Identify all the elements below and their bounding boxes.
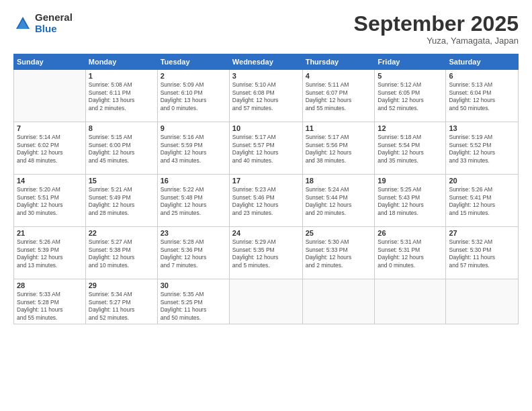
day-cell: 2Sunrise: 5:09 AMSunset: 6:10 PMDaylight… — [157, 70, 229, 122]
header: General Blue September 2025 Yuza, Yamaga… — [13, 12, 519, 46]
day-number: 5 — [378, 72, 443, 80]
day-header-monday: Monday — [85, 54, 157, 70]
day-info: Sunrise: 5:20 AMSunset: 5:51 PMDaylight:… — [17, 186, 83, 217]
day-number: 14 — [17, 177, 83, 185]
week-row-1: 1Sunrise: 5:08 AMSunset: 6:11 PMDaylight… — [14, 70, 519, 122]
day-info: Sunrise: 5:08 AMSunset: 6:11 PMDaylight:… — [89, 81, 154, 112]
logo: General Blue — [13, 12, 73, 34]
day-number: 8 — [89, 124, 154, 132]
week-row-2: 7Sunrise: 5:14 AMSunset: 6:02 PMDaylight… — [14, 122, 519, 175]
day-cell: 27Sunrise: 5:32 AMSunset: 5:30 PMDayligh… — [446, 227, 519, 279]
day-header-sunday: Sunday — [14, 54, 86, 70]
day-info: Sunrise: 5:09 AMSunset: 6:10 PMDaylight:… — [161, 81, 226, 112]
day-cell: 21Sunrise: 5:26 AMSunset: 5:39 PMDayligh… — [14, 227, 86, 279]
day-info: Sunrise: 5:31 AMSunset: 5:31 PMDaylight:… — [378, 238, 443, 269]
day-number: 7 — [17, 124, 83, 132]
day-info: Sunrise: 5:10 AMSunset: 6:08 PMDaylight:… — [232, 81, 300, 112]
day-info: Sunrise: 5:21 AMSunset: 5:49 PMDaylight:… — [89, 186, 154, 217]
day-cell: 10Sunrise: 5:17 AMSunset: 5:57 PMDayligh… — [229, 122, 302, 175]
day-number: 4 — [306, 72, 372, 80]
day-info: Sunrise: 5:23 AMSunset: 5:46 PMDaylight:… — [232, 186, 300, 217]
day-cell: 13Sunrise: 5:19 AMSunset: 5:52 PMDayligh… — [446, 122, 519, 175]
day-cell: 30Sunrise: 5:35 AMSunset: 5:25 PMDayligh… — [157, 279, 229, 324]
day-number: 27 — [449, 229, 515, 237]
day-info: Sunrise: 5:18 AMSunset: 5:54 PMDaylight:… — [378, 134, 443, 165]
day-number: 28 — [17, 281, 83, 289]
day-cell — [302, 279, 375, 324]
week-row-4: 21Sunrise: 5:26 AMSunset: 5:39 PMDayligh… — [14, 227, 519, 279]
location-subtitle: Yuza, Yamagata, Japan — [354, 36, 519, 46]
logo-icon — [13, 14, 32, 33]
day-cell — [229, 279, 302, 324]
week-row-5: 28Sunrise: 5:33 AMSunset: 5:28 PMDayligh… — [14, 279, 519, 324]
day-number: 18 — [306, 177, 372, 185]
day-cell: 15Sunrise: 5:21 AMSunset: 5:49 PMDayligh… — [85, 175, 157, 227]
day-info: Sunrise: 5:13 AMSunset: 6:04 PMDaylight:… — [449, 81, 515, 112]
day-number: 6 — [449, 72, 515, 80]
day-info: Sunrise: 5:26 AMSunset: 5:41 PMDaylight:… — [449, 186, 515, 217]
day-number: 9 — [161, 124, 226, 132]
day-number: 26 — [378, 229, 443, 237]
day-cell: 12Sunrise: 5:18 AMSunset: 5:54 PMDayligh… — [375, 122, 446, 175]
day-number: 11 — [306, 124, 372, 132]
day-cell: 5Sunrise: 5:12 AMSunset: 6:05 PMDaylight… — [375, 70, 446, 122]
day-info: Sunrise: 5:14 AMSunset: 6:02 PMDaylight:… — [17, 134, 83, 165]
logo-blue: Blue — [35, 24, 73, 35]
day-info: Sunrise: 5:17 AMSunset: 5:57 PMDaylight:… — [232, 134, 300, 165]
day-info: Sunrise: 5:22 AMSunset: 5:48 PMDaylight:… — [161, 186, 226, 217]
day-info: Sunrise: 5:27 AMSunset: 5:38 PMDaylight:… — [89, 238, 154, 269]
day-number: 3 — [232, 72, 300, 80]
day-cell: 16Sunrise: 5:22 AMSunset: 5:48 PMDayligh… — [157, 175, 229, 227]
day-cell: 6Sunrise: 5:13 AMSunset: 6:04 PMDaylight… — [446, 70, 519, 122]
day-number: 10 — [232, 124, 300, 132]
day-header-friday: Friday — [375, 54, 446, 70]
day-number: 1 — [89, 72, 154, 80]
day-cell: 7Sunrise: 5:14 AMSunset: 6:02 PMDaylight… — [14, 122, 86, 175]
day-number: 23 — [161, 229, 226, 237]
day-number: 17 — [232, 177, 300, 185]
day-info: Sunrise: 5:24 AMSunset: 5:44 PMDaylight:… — [306, 186, 372, 217]
day-cell: 9Sunrise: 5:16 AMSunset: 5:59 PMDaylight… — [157, 122, 229, 175]
day-info: Sunrise: 5:19 AMSunset: 5:52 PMDaylight:… — [449, 134, 515, 165]
day-cell: 20Sunrise: 5:26 AMSunset: 5:41 PMDayligh… — [446, 175, 519, 227]
day-cell: 18Sunrise: 5:24 AMSunset: 5:44 PMDayligh… — [302, 175, 375, 227]
day-cell: 23Sunrise: 5:28 AMSunset: 5:36 PMDayligh… — [157, 227, 229, 279]
day-info: Sunrise: 5:25 AMSunset: 5:43 PMDaylight:… — [378, 186, 443, 217]
day-number: 21 — [17, 229, 83, 237]
day-cell: 1Sunrise: 5:08 AMSunset: 6:11 PMDaylight… — [85, 70, 157, 122]
logo-text: General Blue — [35, 12, 73, 34]
day-number: 29 — [89, 281, 154, 289]
day-cell: 17Sunrise: 5:23 AMSunset: 5:46 PMDayligh… — [229, 175, 302, 227]
calendar-page: General Blue September 2025 Yuza, Yamaga… — [0, 0, 532, 411]
day-cell: 24Sunrise: 5:29 AMSunset: 5:35 PMDayligh… — [229, 227, 302, 279]
header-row: SundayMondayTuesdayWednesdayThursdayFrid… — [14, 54, 519, 70]
day-cell: 29Sunrise: 5:34 AMSunset: 5:27 PMDayligh… — [85, 279, 157, 324]
day-info: Sunrise: 5:29 AMSunset: 5:35 PMDaylight:… — [232, 238, 300, 269]
day-cell: 25Sunrise: 5:30 AMSunset: 5:33 PMDayligh… — [302, 227, 375, 279]
day-info: Sunrise: 5:33 AMSunset: 5:28 PMDaylight:… — [17, 291, 83, 322]
day-cell: 14Sunrise: 5:20 AMSunset: 5:51 PMDayligh… — [14, 175, 86, 227]
day-number: 2 — [161, 72, 226, 80]
day-cell: 22Sunrise: 5:27 AMSunset: 5:38 PMDayligh… — [85, 227, 157, 279]
day-info: Sunrise: 5:35 AMSunset: 5:25 PMDaylight:… — [161, 291, 226, 322]
day-info: Sunrise: 5:12 AMSunset: 6:05 PMDaylight:… — [378, 81, 443, 112]
day-info: Sunrise: 5:17 AMSunset: 5:56 PMDaylight:… — [306, 134, 372, 165]
day-cell — [375, 279, 446, 324]
day-cell: 28Sunrise: 5:33 AMSunset: 5:28 PMDayligh… — [14, 279, 86, 324]
day-cell: 19Sunrise: 5:25 AMSunset: 5:43 PMDayligh… — [375, 175, 446, 227]
day-cell: 11Sunrise: 5:17 AMSunset: 5:56 PMDayligh… — [302, 122, 375, 175]
day-number: 13 — [449, 124, 515, 132]
day-number: 16 — [161, 177, 226, 185]
day-number: 25 — [306, 229, 372, 237]
day-header-thursday: Thursday — [302, 54, 375, 70]
logo-general: General — [35, 12, 73, 24]
day-header-tuesday: Tuesday — [157, 54, 229, 70]
calendar-table: SundayMondayTuesdayWednesdayThursdayFrid… — [13, 54, 519, 324]
day-number: 30 — [161, 281, 226, 289]
day-info: Sunrise: 5:34 AMSunset: 5:27 PMDaylight:… — [89, 291, 154, 322]
day-info: Sunrise: 5:16 AMSunset: 5:59 PMDaylight:… — [161, 134, 226, 165]
day-header-saturday: Saturday — [446, 54, 519, 70]
day-cell: 4Sunrise: 5:11 AMSunset: 6:07 PMDaylight… — [302, 70, 375, 122]
day-info: Sunrise: 5:30 AMSunset: 5:33 PMDaylight:… — [306, 238, 372, 269]
day-info: Sunrise: 5:32 AMSunset: 5:30 PMDaylight:… — [449, 238, 515, 269]
